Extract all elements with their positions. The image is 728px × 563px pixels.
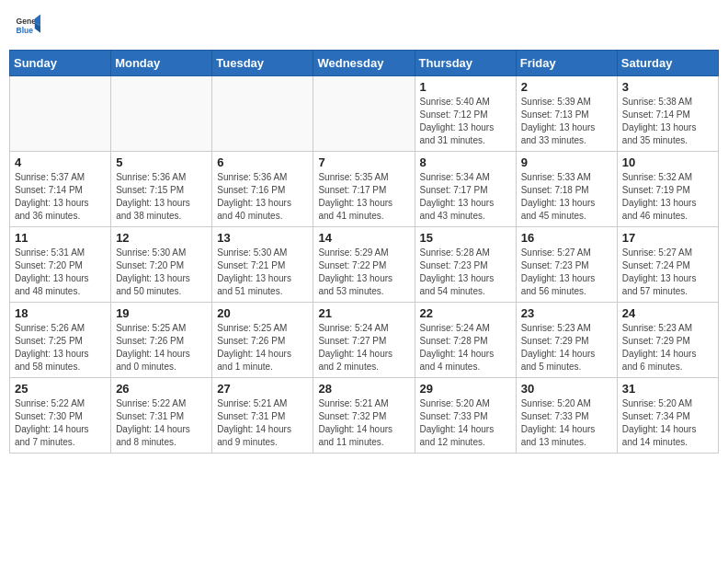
day-number: 15 [420, 231, 511, 245]
day-number: 13 [217, 231, 308, 245]
calendar-day-cell: 13Sunrise: 5:30 AM Sunset: 7:21 PM Dayli… [212, 227, 313, 303]
calendar-day-cell [313, 76, 415, 152]
day-number: 20 [217, 306, 308, 320]
day-info: Sunrise: 5:20 AM Sunset: 7:33 PM Dayligh… [521, 397, 612, 449]
calendar-day-cell: 6Sunrise: 5:36 AM Sunset: 7:16 PM Daylig… [212, 152, 313, 227]
calendar-day-cell: 12Sunrise: 5:30 AM Sunset: 7:20 PM Dayli… [111, 227, 212, 303]
day-number: 31 [622, 382, 713, 396]
day-info: Sunrise: 5:31 AM Sunset: 7:20 PM Dayligh… [15, 247, 106, 298]
calendar-day-cell: 23Sunrise: 5:23 AM Sunset: 7:29 PM Dayli… [516, 303, 617, 378]
day-info: Sunrise: 5:28 AM Sunset: 7:23 PM Dayligh… [420, 247, 511, 298]
day-info: Sunrise: 5:21 AM Sunset: 7:32 PM Dayligh… [318, 397, 409, 449]
day-info: Sunrise: 5:24 AM Sunset: 7:27 PM Dayligh… [318, 322, 409, 373]
day-info: Sunrise: 5:25 AM Sunset: 7:26 PM Dayligh… [217, 322, 308, 373]
day-info: Sunrise: 5:30 AM Sunset: 7:20 PM Dayligh… [116, 247, 207, 298]
calendar-day-cell: 26Sunrise: 5:22 AM Sunset: 7:31 PM Dayli… [111, 378, 212, 454]
day-number: 8 [420, 155, 511, 169]
day-info: Sunrise: 5:20 AM Sunset: 7:33 PM Dayligh… [420, 397, 511, 449]
day-info: Sunrise: 5:34 AM Sunset: 7:17 PM Dayligh… [420, 171, 511, 223]
day-info: Sunrise: 5:26 AM Sunset: 7:25 PM Dayligh… [15, 322, 106, 373]
weekday-header-wednesday: Wednesday [313, 51, 415, 76]
weekday-header-tuesday: Tuesday [212, 51, 313, 76]
calendar-day-cell: 5Sunrise: 5:36 AM Sunset: 7:15 PM Daylig… [111, 152, 212, 227]
day-info: Sunrise: 5:24 AM Sunset: 7:28 PM Dayligh… [420, 322, 511, 373]
day-number: 19 [116, 306, 207, 320]
day-number: 30 [521, 382, 612, 396]
svg-text:Blue: Blue [17, 26, 34, 35]
day-number: 6 [217, 155, 308, 169]
calendar-day-cell: 15Sunrise: 5:28 AM Sunset: 7:23 PM Dayli… [415, 227, 516, 303]
day-number: 28 [318, 382, 409, 396]
weekday-header-saturday: Saturday [617, 51, 718, 76]
day-number: 5 [116, 155, 207, 169]
calendar-day-cell: 1Sunrise: 5:40 AM Sunset: 7:12 PM Daylig… [415, 76, 516, 152]
calendar-day-cell: 21Sunrise: 5:24 AM Sunset: 7:27 PM Dayli… [313, 303, 415, 378]
day-info: Sunrise: 5:33 AM Sunset: 7:18 PM Dayligh… [521, 171, 612, 223]
day-number: 12 [116, 231, 207, 245]
calendar-day-cell [10, 76, 111, 152]
calendar-day-cell: 27Sunrise: 5:21 AM Sunset: 7:31 PM Dayli… [212, 378, 313, 454]
day-number: 2 [521, 80, 612, 94]
day-number: 29 [420, 382, 511, 396]
day-info: Sunrise: 5:32 AM Sunset: 7:19 PM Dayligh… [622, 171, 713, 223]
day-number: 27 [217, 382, 308, 396]
calendar-day-cell: 7Sunrise: 5:35 AM Sunset: 7:17 PM Daylig… [313, 152, 415, 227]
calendar-day-cell: 20Sunrise: 5:25 AM Sunset: 7:26 PM Dayli… [212, 303, 313, 378]
day-number: 3 [622, 80, 713, 94]
day-number: 22 [420, 306, 511, 320]
day-info: Sunrise: 5:30 AM Sunset: 7:21 PM Dayligh… [217, 247, 308, 298]
calendar-day-cell: 2Sunrise: 5:39 AM Sunset: 7:13 PM Daylig… [516, 76, 617, 152]
calendar-day-cell: 25Sunrise: 5:22 AM Sunset: 7:30 PM Dayli… [10, 378, 111, 454]
calendar-day-cell: 29Sunrise: 5:20 AM Sunset: 7:33 PM Dayli… [415, 378, 516, 454]
day-info: Sunrise: 5:39 AM Sunset: 7:13 PM Dayligh… [521, 96, 612, 147]
day-number: 9 [521, 155, 612, 169]
calendar-table: SundayMondayTuesdayWednesdayThursdayFrid… [9, 50, 719, 454]
calendar-day-cell: 24Sunrise: 5:23 AM Sunset: 7:29 PM Dayli… [617, 303, 718, 378]
calendar-day-cell: 10Sunrise: 5:32 AM Sunset: 7:19 PM Dayli… [617, 152, 718, 227]
calendar-day-cell: 22Sunrise: 5:24 AM Sunset: 7:28 PM Dayli… [415, 303, 516, 378]
calendar-day-cell: 19Sunrise: 5:25 AM Sunset: 7:26 PM Dayli… [111, 303, 212, 378]
day-number: 23 [521, 306, 612, 320]
day-info: Sunrise: 5:29 AM Sunset: 7:22 PM Dayligh… [318, 247, 409, 298]
day-number: 11 [15, 231, 106, 245]
page-header: General Blue [9, 9, 719, 42]
calendar-week-row: 25Sunrise: 5:22 AM Sunset: 7:30 PM Dayli… [10, 378, 719, 454]
logo-icon: General Blue [15, 13, 40, 39]
weekday-header-monday: Monday [111, 51, 212, 76]
calendar-day-cell [111, 76, 212, 152]
day-info: Sunrise: 5:38 AM Sunset: 7:14 PM Dayligh… [622, 96, 713, 147]
calendar-day-cell: 11Sunrise: 5:31 AM Sunset: 7:20 PM Dayli… [10, 227, 111, 303]
weekday-header-thursday: Thursday [415, 51, 516, 76]
day-number: 26 [116, 382, 207, 396]
day-info: Sunrise: 5:23 AM Sunset: 7:29 PM Dayligh… [521, 322, 612, 373]
calendar-day-cell: 8Sunrise: 5:34 AM Sunset: 7:17 PM Daylig… [415, 152, 516, 227]
logo: General Blue [15, 13, 40, 39]
calendar-week-row: 18Sunrise: 5:26 AM Sunset: 7:25 PM Dayli… [10, 303, 719, 378]
calendar-day-cell [212, 76, 313, 152]
calendar-week-row: 4Sunrise: 5:37 AM Sunset: 7:14 PM Daylig… [10, 152, 719, 227]
day-number: 7 [318, 155, 409, 169]
weekday-header-sunday: Sunday [10, 51, 111, 76]
day-info: Sunrise: 5:27 AM Sunset: 7:24 PM Dayligh… [622, 247, 713, 298]
day-info: Sunrise: 5:37 AM Sunset: 7:14 PM Dayligh… [15, 171, 106, 223]
calendar-day-cell: 14Sunrise: 5:29 AM Sunset: 7:22 PM Dayli… [313, 227, 415, 303]
calendar-week-row: 1Sunrise: 5:40 AM Sunset: 7:12 PM Daylig… [10, 76, 719, 152]
day-info: Sunrise: 5:35 AM Sunset: 7:17 PM Dayligh… [318, 171, 409, 223]
weekday-header-friday: Friday [516, 51, 617, 76]
day-info: Sunrise: 5:23 AM Sunset: 7:29 PM Dayligh… [622, 322, 713, 373]
day-info: Sunrise: 5:27 AM Sunset: 7:23 PM Dayligh… [521, 247, 612, 298]
calendar-day-cell: 3Sunrise: 5:38 AM Sunset: 7:14 PM Daylig… [617, 76, 718, 152]
day-number: 18 [15, 306, 106, 320]
calendar-week-row: 11Sunrise: 5:31 AM Sunset: 7:20 PM Dayli… [10, 227, 719, 303]
day-number: 16 [521, 231, 612, 245]
calendar-day-cell: 9Sunrise: 5:33 AM Sunset: 7:18 PM Daylig… [516, 152, 617, 227]
calendar-day-cell: 4Sunrise: 5:37 AM Sunset: 7:14 PM Daylig… [10, 152, 111, 227]
day-info: Sunrise: 5:22 AM Sunset: 7:30 PM Dayligh… [15, 397, 106, 449]
day-info: Sunrise: 5:22 AM Sunset: 7:31 PM Dayligh… [116, 397, 207, 449]
calendar-day-cell: 28Sunrise: 5:21 AM Sunset: 7:32 PM Dayli… [313, 378, 415, 454]
day-info: Sunrise: 5:36 AM Sunset: 7:15 PM Dayligh… [116, 171, 207, 223]
day-number: 17 [622, 231, 713, 245]
calendar-day-cell: 16Sunrise: 5:27 AM Sunset: 7:23 PM Dayli… [516, 227, 617, 303]
day-number: 1 [420, 80, 511, 94]
day-number: 24 [622, 306, 713, 320]
